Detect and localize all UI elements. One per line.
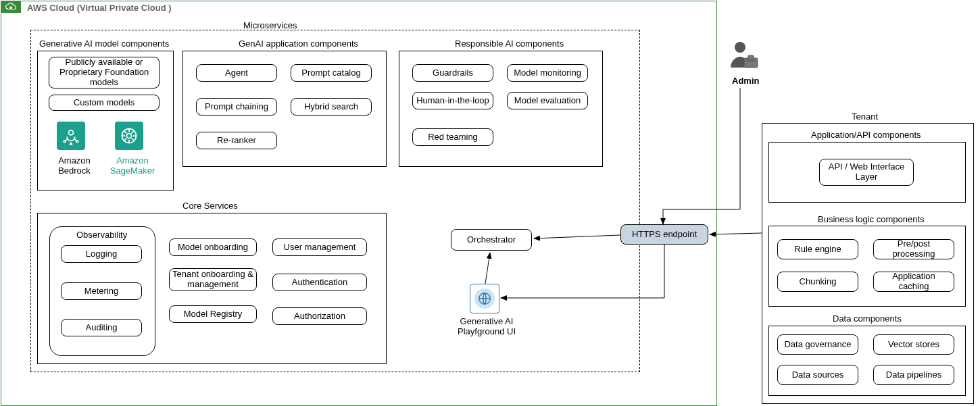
box-re-ranker: Re-ranker <box>196 132 277 149</box>
box-data-src: Data sources <box>777 365 858 385</box>
microservices-title: Microservices <box>243 20 297 30</box>
aws-cloud-title: AWS Cloud (Virtual Private Cloud ) <box>27 3 172 13</box>
section-title-responsible: Responsible AI components <box>455 39 564 49</box>
box-prompt-chaining: Prompt chaining <box>196 98 277 116</box>
box-model-monitoring: Model monitoring <box>507 64 588 82</box>
playground-ui-label: Generative AI Playfground UI <box>446 316 527 336</box>
box-data-gov: Data governance <box>777 334 858 355</box>
aws-cloud-icon <box>1 1 21 13</box>
section-title-core: Core Services <box>182 201 238 211</box>
admin-label: Admin <box>732 76 759 86</box>
box-api-layer: API / Web Interface Layer <box>819 159 914 186</box>
box-rule-engine: Rule engine <box>777 239 858 259</box>
box-auditing: Auditing <box>61 319 142 336</box>
observability-title: Observability <box>76 230 127 240</box>
label-sagemaker: Amazon SageMaker <box>106 155 159 176</box>
tenant-data-section-title: Data components <box>833 313 902 324</box>
svg-point-0 <box>69 130 74 135</box>
box-chunking: Chunking <box>777 272 858 292</box>
svg-point-2 <box>76 141 78 143</box>
box-vector: Vector stores <box>873 334 954 355</box>
box-tenant-onboarding: Tenant onboarding & management <box>169 268 257 291</box>
tenant-title: Tenant <box>852 111 878 122</box>
box-custom-models: Custom models <box>49 95 160 111</box>
box-user-mgmt: User management <box>272 238 367 256</box>
svg-point-1 <box>64 141 66 143</box>
box-authz: Authorization <box>272 307 367 325</box>
box-model-onboarding: Model onboarding <box>169 238 257 256</box>
box-orchestrator: Orchestrator <box>451 229 532 251</box>
svg-line-13 <box>710 233 762 234</box>
box-human-loop: Human-in-the-loop <box>412 92 493 109</box>
tenant-api-section-title: Application/API components <box>811 130 921 140</box>
box-red-teaming: Red teaming <box>412 128 493 146</box>
box-model-registry: Model Registry <box>169 305 257 323</box>
box-guardrails: Guardrails <box>412 64 493 82</box>
box-authn: Authentication <box>272 274 367 291</box>
box-model-eval: Model evaluation <box>507 92 588 109</box>
tenant-biz-section-title: Business logic components <box>818 214 925 224</box>
box-app-cache: Application caching <box>873 272 954 292</box>
svg-point-7 <box>735 42 745 53</box>
box-logging: Logging <box>61 245 142 263</box>
box-hybrid-search: Hybrid search <box>291 98 372 116</box>
amazon-bedrock-icon <box>57 122 85 150</box>
admin-user-icon <box>727 41 759 75</box>
box-metering: Metering <box>61 282 142 300</box>
box-agent: Agent <box>196 64 277 82</box>
section-title-genai-models: Generative AI model components <box>39 39 169 49</box>
box-data-pipe: Data pipelines <box>873 365 954 385</box>
section-title-genai-app: GenAI application components <box>239 39 358 49</box>
amazon-sagemaker-icon <box>115 122 143 150</box>
svg-rect-9 <box>748 55 754 59</box>
playground-ui-icon <box>470 284 499 313</box>
box-prompt-catalog: Prompt catalog <box>291 64 372 82</box>
box-prepost: Pre/post processing <box>873 239 954 259</box>
box-foundation-models: Publicly available or Proprietary Founda… <box>49 57 160 88</box>
tenant-biz-section <box>768 226 966 307</box>
label-bedrock: Amazon Bedrock <box>54 155 95 176</box>
svg-point-4 <box>127 134 132 138</box>
box-https-endpoint: HTTPS endpoint <box>620 224 708 245</box>
